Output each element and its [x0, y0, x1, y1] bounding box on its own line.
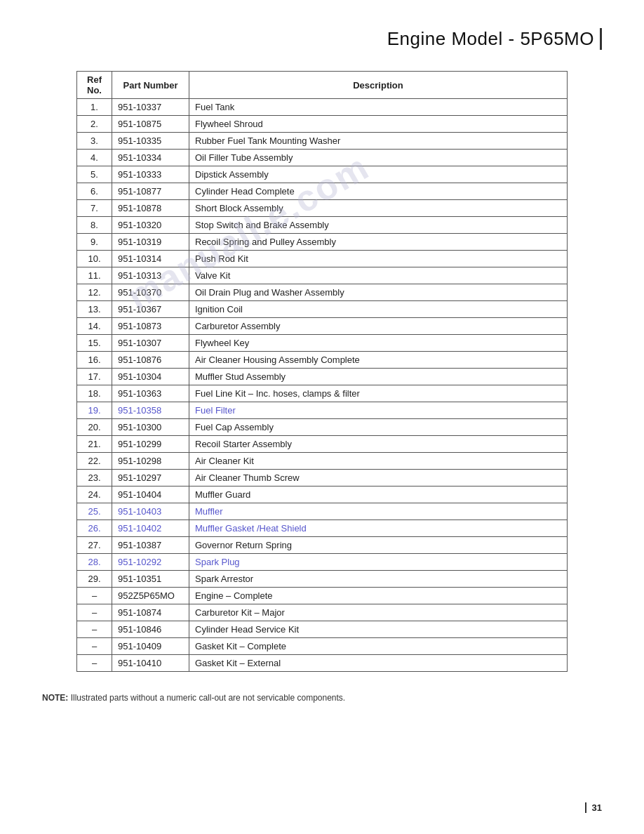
cell-ref: 24.: [77, 486, 112, 503]
cell-desc: Governor Return Spring: [189, 537, 568, 554]
table-row: 9.951-10319Recoil Spring and Pulley Asse…: [77, 234, 568, 251]
cell-desc: Push Rod Kit: [189, 251, 568, 267]
note-label: NOTE:: [42, 693, 68, 703]
cell-ref: 18.: [77, 385, 112, 402]
cell-desc: Flywheel Key: [189, 335, 568, 352]
cell-desc: Fuel Cap Assembly: [189, 419, 568, 436]
cell-part: 951-10409: [112, 638, 189, 655]
cell-ref: 2.: [77, 116, 112, 133]
cell-part: 951-10319: [112, 234, 189, 251]
cell-ref: 17.: [77, 369, 112, 385]
cell-part: 951-10403: [112, 503, 189, 520]
cell-desc: Stop Switch and Brake Assembly: [189, 217, 568, 234]
table-row: 5.951-10333Dipstick Assembly: [77, 166, 568, 183]
cell-desc: Air Cleaner Thumb Screw: [189, 470, 568, 486]
cell-part: 951-10878: [112, 200, 189, 217]
cell-part: 951-10846: [112, 621, 189, 638]
cell-desc: Muffler Guard: [189, 486, 568, 503]
table-row: 24.951-10404Muffler Guard: [77, 486, 568, 503]
cell-desc: Carburetor Assembly: [189, 318, 568, 335]
table-row: –951-10409Gasket Kit – Complete: [77, 638, 568, 655]
cell-ref: 6.: [77, 183, 112, 200]
cell-desc: Gasket Kit – Complete: [189, 638, 568, 655]
cell-desc: Gasket Kit – External: [189, 655, 568, 672]
cell-part: 951-10299: [112, 436, 189, 453]
cell-desc: Cylinder Head Complete: [189, 183, 568, 200]
table-row: 26.951-10402Muffler Gasket /Heat Shield: [77, 520, 568, 537]
cell-ref: 11.: [77, 267, 112, 284]
cell-desc: Valve Kit: [189, 267, 568, 284]
cell-ref: 26.: [77, 520, 112, 537]
cell-desc: Muffler Stud Assembly: [189, 369, 568, 385]
page-number: 31: [585, 802, 602, 813]
cell-ref: 14.: [77, 318, 112, 335]
cell-part: 951-10404: [112, 486, 189, 503]
table-row: 15.951-10307Flywheel Key: [77, 335, 568, 352]
cell-ref: 23.: [77, 470, 112, 486]
cell-desc: Muffler: [189, 503, 568, 520]
cell-part: 951-10334: [112, 150, 189, 166]
table-row: 7.951-10878Short Block Assembly: [77, 200, 568, 217]
cell-desc: Air Cleaner Housing Assembly Complete: [189, 352, 568, 369]
cell-part: 951-10370: [112, 284, 189, 301]
cell-part: 951-10307: [112, 335, 189, 352]
cell-ref: 21.: [77, 436, 112, 453]
cell-desc: Air Cleaner Kit: [189, 453, 568, 470]
cell-part: 951-10304: [112, 369, 189, 385]
table-row: 6.951-10877Cylinder Head Complete: [77, 183, 568, 200]
cell-part: 951-10367: [112, 301, 189, 318]
note-text: Illustrated parts without a numeric call…: [68, 693, 345, 703]
cell-part: 951-10351: [112, 571, 189, 588]
table-row: 12.951-10370Oil Drain Plug and Washer As…: [77, 284, 568, 301]
cell-part: 951-10314: [112, 251, 189, 267]
table-row: –951-10846Cylinder Head Service Kit: [77, 621, 568, 638]
cell-desc: Recoil Spring and Pulley Assembly: [189, 234, 568, 251]
cell-desc: Spark Plug: [189, 554, 568, 571]
table-row: 28.951-10292Spark Plug: [77, 554, 568, 571]
cell-part: 951-10875: [112, 116, 189, 133]
cell-part: 951-10402: [112, 520, 189, 537]
table-row: 23.951-10297Air Cleaner Thumb Screw: [77, 470, 568, 486]
cell-desc: Ignition Coil: [189, 301, 568, 318]
table-row: –951-10874Carburetor Kit – Major: [77, 604, 568, 621]
cell-ref: 19.: [77, 402, 112, 419]
table-row: 22.951-10298Air Cleaner Kit: [77, 453, 568, 470]
table-row: 8.951-10320Stop Switch and Brake Assembl…: [77, 217, 568, 234]
table-row: 11.951-10313Valve Kit: [77, 267, 568, 284]
cell-part: 951-10313: [112, 267, 189, 284]
cell-part: 951-10320: [112, 217, 189, 234]
cell-part: 951-10335: [112, 133, 189, 150]
cell-ref: 28.: [77, 554, 112, 571]
cell-ref: –: [77, 604, 112, 621]
cell-part: 952Z5P65MO: [112, 588, 189, 604]
table-row: 20.951-10300Fuel Cap Assembly: [77, 419, 568, 436]
table-row: –952Z5P65MOEngine – Complete: [77, 588, 568, 604]
cell-ref: 20.: [77, 419, 112, 436]
cell-desc: Dipstick Assembly: [189, 166, 568, 183]
cell-desc: Carburetor Kit – Major: [189, 604, 568, 621]
cell-part: 951-10337: [112, 99, 189, 116]
cell-ref: 16.: [77, 352, 112, 369]
cell-desc: Muffler Gasket /Heat Shield: [189, 520, 568, 537]
page-header: Engine Model - 5P65MO: [42, 28, 602, 50]
cell-part: 951-10387: [112, 537, 189, 554]
cell-ref: 9.: [77, 234, 112, 251]
cell-ref: 4.: [77, 150, 112, 166]
cell-ref: –: [77, 588, 112, 604]
col-header-part: Part Number: [112, 72, 189, 99]
cell-desc: Spark Arrestor: [189, 571, 568, 588]
cell-ref: –: [77, 621, 112, 638]
cell-part: 951-10333: [112, 166, 189, 183]
col-header-ref: RefNo.: [77, 72, 112, 99]
cell-part: 951-10410: [112, 655, 189, 672]
table-row: 25.951-10403Muffler: [77, 503, 568, 520]
table-row: 2.951-10875Flywheel Shroud: [77, 116, 568, 133]
cell-ref: 22.: [77, 453, 112, 470]
cell-desc: Fuel Filter: [189, 402, 568, 419]
cell-ref: 15.: [77, 335, 112, 352]
table-header-row: RefNo. Part Number Description: [77, 72, 568, 99]
table-row: 18.951-10363Fuel Line Kit – Inc. hoses, …: [77, 385, 568, 402]
page-container: manuall.e.com Engine Model - 5P65MO RefN…: [0, 0, 644, 834]
note-section: NOTE: Illustrated parts without a numeri…: [42, 693, 533, 703]
table-row: –951-10410Gasket Kit – External: [77, 655, 568, 672]
